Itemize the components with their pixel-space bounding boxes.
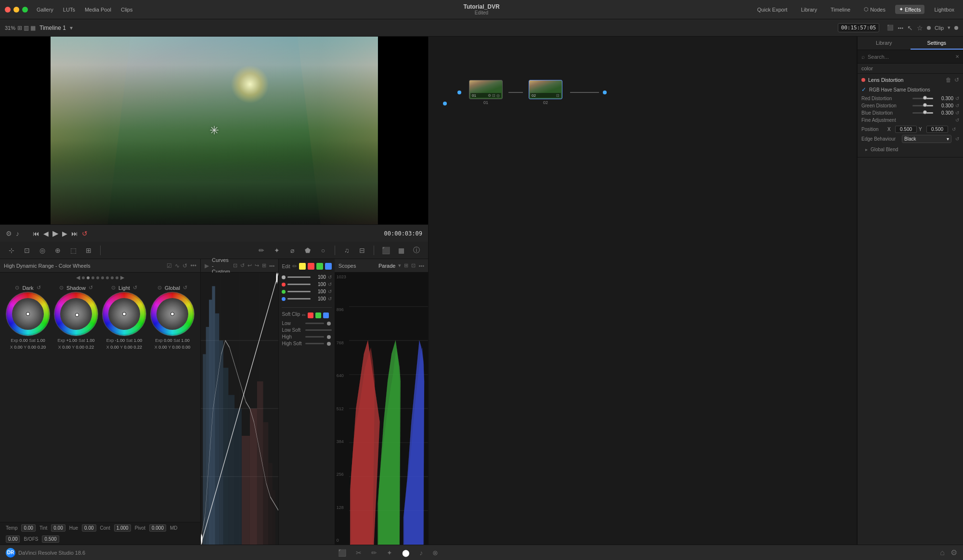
soft-clip-b-btn[interactable] — [323, 313, 329, 318]
prev-frame-button[interactable]: ◀ — [43, 230, 49, 237]
wheels-prev[interactable]: ◀ — [76, 274, 80, 281]
fairlight-icon[interactable]: ♪ — [419, 549, 423, 557]
tint-value[interactable]: 0.00 — [51, 524, 65, 532]
channel-g-btn[interactable] — [316, 263, 323, 270]
go-to-end-button[interactable]: ⏭ — [71, 230, 78, 237]
hue-value[interactable]: 0.00 — [82, 524, 96, 532]
light-reset-icon[interactable]: ⊙ — [111, 285, 116, 291]
tab-lightbox[interactable]: Lightbox — [930, 5, 958, 14]
global-wheel-dot[interactable] — [170, 312, 174, 316]
curves-more-icon[interactable]: ••• — [269, 263, 275, 269]
crop-tool-icon[interactable]: ⊡ — [21, 245, 33, 256]
global-reset-icon[interactable]: ⊙ — [157, 285, 162, 291]
temp-value[interactable]: 0.00 — [21, 524, 35, 532]
tab-library-right[interactable]: Library — [858, 37, 911, 50]
dark-color-wheel[interactable] — [6, 292, 50, 336]
blue-distortion-reset[interactable]: ↺ — [955, 110, 959, 116]
media-icon[interactable]: ⬛ — [338, 549, 346, 557]
low-soft-slider[interactable] — [305, 329, 331, 331]
quick-export-button[interactable]: Quick Export — [753, 5, 791, 14]
stabilize-icon[interactable]: ◎ — [37, 245, 48, 256]
circle-icon[interactable]: ○ — [317, 245, 329, 256]
light-color-wheel[interactable] — [102, 292, 146, 336]
red-distortion-reset[interactable]: ↺ — [955, 96, 959, 101]
cut-icon[interactable]: ✂ — [356, 549, 362, 557]
red-distortion-slider[interactable] — [912, 98, 933, 99]
tab-settings-right[interactable]: Settings — [911, 37, 963, 50]
soft-clip-pencil[interactable]: ✏ — [302, 313, 306, 318]
color-icon[interactable]: ⬤ — [402, 549, 410, 557]
clip-chevron[interactable]: ▾ — [948, 25, 950, 31]
lens-distortion-delete-icon[interactable]: 🗑 — [946, 77, 951, 83]
channel-b-btn[interactable] — [325, 263, 332, 270]
green-distortion-slider[interactable] — [912, 105, 933, 106]
pos-y-value[interactable]: 0.500 — [926, 126, 948, 133]
rgb-same-checkbox[interactable]: ✓ RGB Have Same Distortions — [861, 86, 959, 93]
view-icon-2[interactable]: ▥ — [24, 25, 29, 31]
play-button[interactable]: ▶ — [52, 229, 58, 238]
low-slider[interactable] — [305, 323, 324, 324]
audio-icon[interactable]: ♪ — [16, 230, 19, 237]
minimize-button[interactable] — [13, 7, 19, 13]
wheels-dot-4[interactable] — [96, 276, 99, 279]
dynamic-zoom-icon[interactable]: ⊕ — [52, 245, 64, 256]
loop-button[interactable]: ↺ — [82, 230, 88, 237]
lens-distortion-reset-icon[interactable]: ↺ — [954, 77, 959, 83]
shadow-color-wheel[interactable] — [54, 292, 98, 336]
view-icon-3[interactable]: ▦ — [30, 25, 36, 31]
wheels-dot-6[interactable] — [106, 276, 109, 279]
playback-settings-icon[interactable]: ⚙ — [6, 230, 12, 237]
pos-x-value[interactable]: 0.500 — [895, 126, 917, 133]
channel-y-btn[interactable] — [299, 263, 306, 270]
curves-reset-icon[interactable]: ↺ — [240, 262, 245, 269]
channel-slider-2[interactable] — [287, 284, 310, 285]
nav-gallery[interactable]: Gallery — [33, 5, 57, 14]
light-more-icon[interactable]: ↺ — [133, 285, 137, 291]
curves-redo-icon[interactable]: ↪ — [255, 262, 259, 269]
dropper-icon[interactable]: ⌀ — [286, 245, 298, 256]
pencil-icon[interactable]: ✏ — [256, 245, 267, 256]
fusion-icon[interactable]: ✦ — [387, 549, 392, 557]
close-icon[interactable]: ✕ — [955, 54, 959, 59]
global-color-wheel[interactable] — [150, 292, 195, 336]
global-more-icon[interactable]: ↺ — [183, 285, 187, 291]
view-icon-1[interactable]: ⊞ — [17, 25, 22, 31]
hand-tool[interactable]: ☆ — [917, 24, 923, 32]
curves-mode-icon[interactable]: ⊞ — [262, 262, 266, 269]
wheels-waveform-icon[interactable]: ∿ — [175, 262, 180, 269]
audio-tool-icon[interactable]: ♫ — [341, 245, 352, 256]
tab-effects[interactable]: ✦ Effects — [895, 5, 924, 14]
polygon-icon[interactable]: ⬟ — [302, 245, 313, 256]
channel-slider-1[interactable] — [287, 276, 310, 278]
cursor-tool-icon[interactable]: ⊹ — [6, 245, 17, 256]
channel-slider-4[interactable] — [287, 298, 310, 300]
wheels-dot-7[interactable] — [111, 276, 114, 279]
bofs-value[interactable]: 0.500 — [42, 535, 59, 543]
edit-pencil-icon[interactable]: ✏ — [292, 263, 297, 270]
curves-undo-icon[interactable]: ↩ — [247, 262, 252, 269]
position-reset[interactable]: ↺ — [952, 127, 956, 132]
curves-play-icon[interactable]: ▶ — [205, 262, 209, 269]
tab-nodes[interactable]: ⬡ Nodes — [860, 5, 889, 14]
shadow-more-icon[interactable]: ↺ — [89, 285, 93, 291]
go-to-start-button[interactable]: ⏮ — [33, 230, 39, 237]
fine-adjustment-reset[interactable]: ↺ — [955, 117, 959, 123]
close-button[interactable] — [5, 7, 11, 13]
more-options[interactable]: ••• — [898, 25, 903, 31]
histogram-icon[interactable]: ▦ — [395, 245, 407, 256]
wheels-check-icon[interactable]: ☑ — [167, 262, 172, 269]
search-input[interactable] — [868, 54, 952, 60]
blue-distortion-slider[interactable] — [912, 112, 933, 114]
wheels-dot-8[interactable] — [116, 276, 118, 279]
curves-fullscreen-icon[interactable]: ⊡ — [233, 262, 237, 269]
node-02[interactable]: 02 ⊡ 02 — [529, 80, 562, 105]
wheels-more-icon[interactable]: ••• — [190, 262, 196, 269]
speed-icon[interactable]: ⊞ — [83, 245, 94, 256]
wheels-next[interactable]: ▶ — [120, 274, 124, 281]
high-slider[interactable] — [305, 336, 324, 338]
soft-clip-r-btn[interactable] — [308, 313, 313, 318]
view-mode-icon[interactable]: ⊟ — [356, 245, 368, 256]
scopes-chevron[interactable]: ▾ — [398, 262, 401, 269]
scopes-more-icon[interactable]: ••• — [418, 263, 424, 269]
channel-reset-3[interactable]: ↺ — [328, 289, 332, 294]
